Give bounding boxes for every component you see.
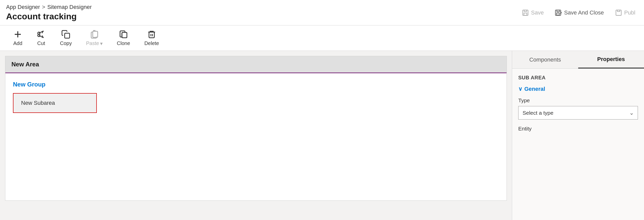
publish-button[interactable]: Publ [612, 8, 638, 18]
cut-icon [37, 30, 46, 39]
svg-rect-4 [616, 10, 621, 15]
area-body: New Group New Subarea [5, 73, 507, 200]
svg-rect-14 [149, 32, 154, 38]
save-icon [522, 9, 529, 16]
page-title: Account tracking [6, 11, 92, 21]
paste-button[interactable]: Paste ▾ [79, 27, 110, 50]
canvas: New Area New Group New Subarea [0, 51, 512, 220]
add-button[interactable]: Add [6, 27, 29, 49]
subarea-label: New Subarea [21, 100, 55, 106]
panel-content: SUB AREA ∨ General Type Select a type En… [512, 69, 644, 220]
paste-icon [90, 30, 99, 39]
clone-icon [119, 30, 128, 39]
svg-rect-3 [557, 13, 559, 15]
header: App Designer > Sitemap Designer Account … [0, 0, 644, 25]
svg-rect-12 [122, 33, 127, 38]
cut-button[interactable]: Cut [29, 27, 53, 49]
delete-button[interactable]: Delete [137, 27, 166, 49]
general-label: General [524, 86, 545, 92]
area-container: New Area New Group New Subarea [5, 56, 507, 201]
svg-rect-1 [524, 13, 527, 15]
paste-wrapper: Paste ▾ [79, 27, 110, 50]
svg-rect-10 [93, 31, 98, 37]
save-button[interactable]: Save [519, 8, 546, 18]
area-title: New Area [11, 61, 39, 68]
paste-dropdown-arrow: ▾ [100, 40, 103, 47]
breadcrumb-app-designer: App Designer [6, 4, 40, 10]
toolbar: Add Cut Copy Paste ▾ [0, 25, 644, 51]
breadcrumb: App Designer > Sitemap Designer [6, 4, 92, 10]
tab-components[interactable]: Components [512, 51, 578, 68]
type-dropdown[interactable]: Select a type [518, 106, 638, 120]
panel-section-title: SUB AREA [518, 75, 638, 81]
publish-icon [615, 9, 622, 16]
main-content: New Area New Group New Subarea Component… [0, 51, 644, 220]
area-header: New Area [5, 56, 507, 73]
right-panel: Components Properties SUB AREA ∨ General… [512, 51, 644, 220]
save-and-close-icon [555, 9, 562, 16]
chevron-down-icon: ∨ [518, 86, 522, 92]
header-right: Save Save And Close Publ [519, 8, 638, 18]
subarea-item[interactable]: New Subarea [13, 93, 97, 113]
save-and-close-button[interactable]: Save And Close [552, 8, 606, 18]
breadcrumb-sitemap-designer: Sitemap Designer [47, 4, 92, 10]
breadcrumb-separator: > [42, 4, 45, 10]
type-label: Type [518, 97, 638, 104]
svg-rect-9 [65, 33, 70, 38]
delete-icon [147, 30, 156, 39]
copy-button[interactable]: Copy [53, 27, 79, 49]
tab-properties[interactable]: Properties [578, 51, 644, 68]
entity-label: Entity [518, 126, 638, 132]
panel-tabs: Components Properties [512, 51, 644, 69]
clone-button[interactable]: Clone [110, 27, 137, 49]
header-left: App Designer > Sitemap Designer Account … [6, 4, 92, 21]
group-title: New Group [13, 81, 499, 88]
type-dropdown-container: Select a type [518, 106, 638, 120]
add-icon [13, 30, 22, 39]
copy-icon [61, 30, 70, 39]
general-section-header[interactable]: ∨ General [518, 86, 638, 92]
